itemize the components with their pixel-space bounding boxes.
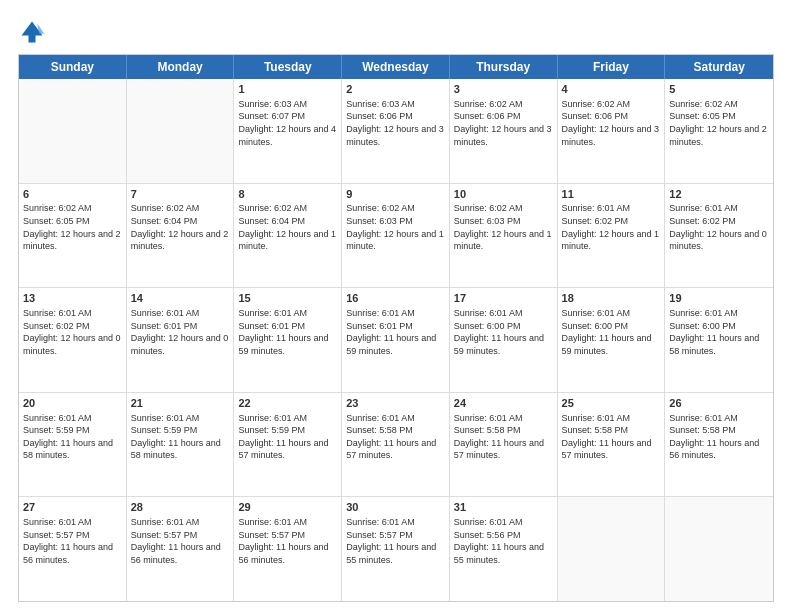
day-number: 13 (23, 291, 122, 306)
cell-info: Sunrise: 6:01 AM Sunset: 5:58 PM Dayligh… (454, 412, 553, 462)
cal-cell: 2Sunrise: 6:03 AM Sunset: 6:06 PM Daylig… (342, 79, 450, 183)
day-number: 15 (238, 291, 337, 306)
day-number: 26 (669, 396, 769, 411)
cell-info: Sunrise: 6:01 AM Sunset: 5:58 PM Dayligh… (669, 412, 769, 462)
cell-info: Sunrise: 6:01 AM Sunset: 5:57 PM Dayligh… (346, 516, 445, 566)
week-row-4: 20Sunrise: 6:01 AM Sunset: 5:59 PM Dayli… (19, 393, 773, 498)
cal-cell: 27Sunrise: 6:01 AM Sunset: 5:57 PM Dayli… (19, 497, 127, 601)
cal-cell: 19Sunrise: 6:01 AM Sunset: 6:00 PM Dayli… (665, 288, 773, 392)
day-number: 9 (346, 187, 445, 202)
day-number: 29 (238, 500, 337, 515)
cell-info: Sunrise: 6:01 AM Sunset: 5:59 PM Dayligh… (238, 412, 337, 462)
logo (18, 18, 50, 46)
cal-cell: 11Sunrise: 6:01 AM Sunset: 6:02 PM Dayli… (558, 184, 666, 288)
cal-cell (665, 497, 773, 601)
cal-cell: 31Sunrise: 6:01 AM Sunset: 5:56 PM Dayli… (450, 497, 558, 601)
day-number: 3 (454, 82, 553, 97)
cal-cell: 4Sunrise: 6:02 AM Sunset: 6:06 PM Daylig… (558, 79, 666, 183)
day-number: 6 (23, 187, 122, 202)
day-number: 24 (454, 396, 553, 411)
cal-cell: 8Sunrise: 6:02 AM Sunset: 6:04 PM Daylig… (234, 184, 342, 288)
cal-cell: 21Sunrise: 6:01 AM Sunset: 5:59 PM Dayli… (127, 393, 235, 497)
cal-cell: 29Sunrise: 6:01 AM Sunset: 5:57 PM Dayli… (234, 497, 342, 601)
day-number: 25 (562, 396, 661, 411)
cal-cell (127, 79, 235, 183)
cal-cell: 10Sunrise: 6:02 AM Sunset: 6:03 PM Dayli… (450, 184, 558, 288)
cal-cell: 9Sunrise: 6:02 AM Sunset: 6:03 PM Daylig… (342, 184, 450, 288)
cell-info: Sunrise: 6:01 AM Sunset: 5:59 PM Dayligh… (131, 412, 230, 462)
cal-cell (558, 497, 666, 601)
cal-cell: 26Sunrise: 6:01 AM Sunset: 5:58 PM Dayli… (665, 393, 773, 497)
cell-info: Sunrise: 6:02 AM Sunset: 6:05 PM Dayligh… (669, 98, 769, 148)
day-number: 12 (669, 187, 769, 202)
cal-cell: 25Sunrise: 6:01 AM Sunset: 5:58 PM Dayli… (558, 393, 666, 497)
day-number: 4 (562, 82, 661, 97)
day-number: 30 (346, 500, 445, 515)
calendar: SundayMondayTuesdayWednesdayThursdayFrid… (18, 54, 774, 602)
cal-cell: 1Sunrise: 6:03 AM Sunset: 6:07 PM Daylig… (234, 79, 342, 183)
cell-info: Sunrise: 6:02 AM Sunset: 6:03 PM Dayligh… (454, 202, 553, 252)
cell-info: Sunrise: 6:01 AM Sunset: 5:58 PM Dayligh… (562, 412, 661, 462)
cell-info: Sunrise: 6:02 AM Sunset: 6:06 PM Dayligh… (562, 98, 661, 148)
header-day-monday: Monday (127, 55, 235, 79)
header-day-thursday: Thursday (450, 55, 558, 79)
day-number: 11 (562, 187, 661, 202)
header-day-saturday: Saturday (665, 55, 773, 79)
calendar-header: SundayMondayTuesdayWednesdayThursdayFrid… (19, 55, 773, 79)
day-number: 17 (454, 291, 553, 306)
cell-info: Sunrise: 6:01 AM Sunset: 6:01 PM Dayligh… (131, 307, 230, 357)
day-number: 28 (131, 500, 230, 515)
cell-info: Sunrise: 6:01 AM Sunset: 6:00 PM Dayligh… (454, 307, 553, 357)
logo-icon (18, 18, 46, 46)
week-row-2: 6Sunrise: 6:02 AM Sunset: 6:05 PM Daylig… (19, 184, 773, 289)
week-row-1: 1Sunrise: 6:03 AM Sunset: 6:07 PM Daylig… (19, 79, 773, 184)
cell-info: Sunrise: 6:02 AM Sunset: 6:04 PM Dayligh… (238, 202, 337, 252)
cal-cell: 16Sunrise: 6:01 AM Sunset: 6:01 PM Dayli… (342, 288, 450, 392)
cell-info: Sunrise: 6:01 AM Sunset: 5:57 PM Dayligh… (238, 516, 337, 566)
day-number: 8 (238, 187, 337, 202)
cell-info: Sunrise: 6:01 AM Sunset: 6:01 PM Dayligh… (346, 307, 445, 357)
cal-cell: 28Sunrise: 6:01 AM Sunset: 5:57 PM Dayli… (127, 497, 235, 601)
page: SundayMondayTuesdayWednesdayThursdayFrid… (0, 0, 792, 612)
cell-info: Sunrise: 6:02 AM Sunset: 6:05 PM Dayligh… (23, 202, 122, 252)
day-number: 16 (346, 291, 445, 306)
day-number: 10 (454, 187, 553, 202)
cal-cell: 3Sunrise: 6:02 AM Sunset: 6:06 PM Daylig… (450, 79, 558, 183)
day-number: 19 (669, 291, 769, 306)
header-day-friday: Friday (558, 55, 666, 79)
cal-cell: 24Sunrise: 6:01 AM Sunset: 5:58 PM Dayli… (450, 393, 558, 497)
day-number: 20 (23, 396, 122, 411)
cell-info: Sunrise: 6:02 AM Sunset: 6:06 PM Dayligh… (454, 98, 553, 148)
cell-info: Sunrise: 6:03 AM Sunset: 6:06 PM Dayligh… (346, 98, 445, 148)
header-day-wednesday: Wednesday (342, 55, 450, 79)
cell-info: Sunrise: 6:01 AM Sunset: 6:02 PM Dayligh… (669, 202, 769, 252)
cell-info: Sunrise: 6:01 AM Sunset: 5:56 PM Dayligh… (454, 516, 553, 566)
cal-cell: 22Sunrise: 6:01 AM Sunset: 5:59 PM Dayli… (234, 393, 342, 497)
cal-cell: 5Sunrise: 6:02 AM Sunset: 6:05 PM Daylig… (665, 79, 773, 183)
header (18, 18, 774, 46)
cal-cell: 30Sunrise: 6:01 AM Sunset: 5:57 PM Dayli… (342, 497, 450, 601)
day-number: 7 (131, 187, 230, 202)
cell-info: Sunrise: 6:02 AM Sunset: 6:04 PM Dayligh… (131, 202, 230, 252)
header-day-sunday: Sunday (19, 55, 127, 79)
day-number: 2 (346, 82, 445, 97)
cal-cell: 7Sunrise: 6:02 AM Sunset: 6:04 PM Daylig… (127, 184, 235, 288)
day-number: 1 (238, 82, 337, 97)
cal-cell: 17Sunrise: 6:01 AM Sunset: 6:00 PM Dayli… (450, 288, 558, 392)
cal-cell: 18Sunrise: 6:01 AM Sunset: 6:00 PM Dayli… (558, 288, 666, 392)
day-number: 27 (23, 500, 122, 515)
cell-info: Sunrise: 6:01 AM Sunset: 6:02 PM Dayligh… (23, 307, 122, 357)
cal-cell (19, 79, 127, 183)
cell-info: Sunrise: 6:01 AM Sunset: 6:01 PM Dayligh… (238, 307, 337, 357)
day-number: 22 (238, 396, 337, 411)
day-number: 18 (562, 291, 661, 306)
cal-cell: 23Sunrise: 6:01 AM Sunset: 5:58 PM Dayli… (342, 393, 450, 497)
cell-info: Sunrise: 6:01 AM Sunset: 5:59 PM Dayligh… (23, 412, 122, 462)
day-number: 14 (131, 291, 230, 306)
cal-cell: 20Sunrise: 6:01 AM Sunset: 5:59 PM Dayli… (19, 393, 127, 497)
cell-info: Sunrise: 6:02 AM Sunset: 6:03 PM Dayligh… (346, 202, 445, 252)
cal-cell: 14Sunrise: 6:01 AM Sunset: 6:01 PM Dayli… (127, 288, 235, 392)
week-row-5: 27Sunrise: 6:01 AM Sunset: 5:57 PM Dayli… (19, 497, 773, 601)
calendar-body: 1Sunrise: 6:03 AM Sunset: 6:07 PM Daylig… (19, 79, 773, 601)
week-row-3: 13Sunrise: 6:01 AM Sunset: 6:02 PM Dayli… (19, 288, 773, 393)
